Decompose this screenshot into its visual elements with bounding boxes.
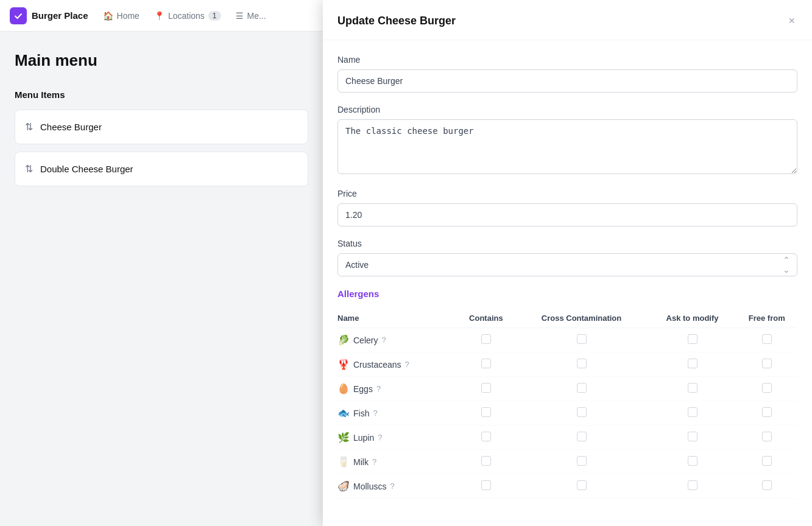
contains-cell xyxy=(457,426,514,450)
allergen-icon: 🦪 xyxy=(337,480,350,492)
allergen-name-cell: 🐟 Fish ? xyxy=(337,401,457,426)
brand[interactable]: Burger Place xyxy=(10,7,88,24)
menu-item-cheese-burger[interactable]: ⇅ Cheese Burger xyxy=(15,110,308,144)
modify-checkbox[interactable] xyxy=(688,359,697,368)
help-icon[interactable]: ? xyxy=(381,335,386,345)
name-input[interactable] xyxy=(337,69,797,93)
help-icon[interactable]: ? xyxy=(378,433,382,442)
modify-checkbox[interactable] xyxy=(688,480,697,490)
contains-cell xyxy=(457,401,514,426)
close-button[interactable]: × xyxy=(786,12,797,30)
allergen-row: 🦪 Molluscs ? xyxy=(337,474,797,499)
help-icon[interactable]: ? xyxy=(405,360,409,369)
name-label: Name xyxy=(337,55,797,65)
free-checkbox[interactable] xyxy=(762,383,772,393)
free-cell xyxy=(736,426,797,450)
free-cell xyxy=(736,450,797,474)
modal-body: Name Description The classic cheese burg… xyxy=(323,40,812,513)
modify-checkbox[interactable] xyxy=(688,432,697,441)
col-cross: Cross Contamination xyxy=(514,309,648,328)
modify-cell xyxy=(649,450,736,474)
modify-checkbox[interactable] xyxy=(688,407,697,417)
brand-name: Burger Place xyxy=(32,10,88,21)
free-cell xyxy=(736,352,797,377)
nav-home[interactable]: 🏠 Home xyxy=(103,11,139,21)
cross-checkbox[interactable] xyxy=(577,432,587,441)
status-label: Status xyxy=(337,239,797,248)
contains-checkbox[interactable] xyxy=(481,432,491,441)
allergen-name-cell: 🦪 Molluscs ? xyxy=(337,474,457,499)
allergen-name: Crustaceans xyxy=(353,360,401,370)
contains-checkbox[interactable] xyxy=(481,359,491,368)
item-name-double-cheese: Double Cheese Burger xyxy=(40,164,133,174)
col-name: Name xyxy=(337,309,457,328)
contains-checkbox[interactable] xyxy=(481,383,491,393)
nav-locations[interactable]: 📍 Locations 1 xyxy=(154,11,221,21)
allergen-row: 🥛 Milk ? xyxy=(337,450,797,474)
cross-checkbox[interactable] xyxy=(577,480,587,490)
allergen-name: Eggs xyxy=(353,384,373,394)
allergen-icon: 🐟 xyxy=(337,407,350,419)
menu-label: Me... xyxy=(247,11,266,21)
help-icon[interactable]: ? xyxy=(373,409,377,418)
contains-checkbox[interactable] xyxy=(481,456,491,466)
cross-cell xyxy=(514,474,648,499)
price-input[interactable] xyxy=(337,203,797,226)
free-checkbox[interactable] xyxy=(762,456,772,466)
status-field-group: Status Active Inactive ⌃⌄ xyxy=(337,239,797,276)
help-icon[interactable]: ? xyxy=(390,482,394,491)
menu-item-double-cheese-burger[interactable]: ⇅ Double Cheese Burger xyxy=(15,152,308,186)
help-icon[interactable]: ? xyxy=(372,457,376,466)
allergen-name: Celery xyxy=(353,335,378,345)
nav-menu[interactable]: ☰ Me... xyxy=(236,11,266,21)
allergen-icon: 🥛 xyxy=(337,456,350,468)
allergen-name-cell: 🌿 Lupin ? xyxy=(337,426,457,450)
free-checkbox[interactable] xyxy=(762,334,772,344)
allergen-name-cell: 🥛 Milk ? xyxy=(337,450,457,474)
home-icon: 🏠 xyxy=(103,11,113,21)
modify-cell xyxy=(649,377,736,401)
col-free: Free from xyxy=(736,309,797,328)
allergen-name-cell: 🥬 Celery ? xyxy=(337,328,457,352)
cross-checkbox[interactable] xyxy=(577,383,587,393)
allergens-title: Allergens xyxy=(337,289,797,299)
col-modify: Ask to modify xyxy=(649,309,736,328)
cross-cell xyxy=(514,450,648,474)
modify-checkbox[interactable] xyxy=(688,334,697,344)
cross-cell xyxy=(514,401,648,426)
contains-cell xyxy=(457,352,514,377)
contains-cell xyxy=(457,328,514,352)
name-field-group: Name xyxy=(337,55,797,93)
modify-cell xyxy=(649,328,736,352)
help-icon[interactable]: ? xyxy=(376,384,381,393)
page-title: Main menu xyxy=(15,51,308,70)
free-checkbox[interactable] xyxy=(762,359,772,368)
description-input[interactable]: The classic cheese burger xyxy=(337,119,797,174)
cross-checkbox[interactable] xyxy=(577,359,587,368)
modify-checkbox[interactable] xyxy=(688,456,697,466)
description-label: Description xyxy=(337,105,797,114)
modify-checkbox[interactable] xyxy=(688,383,697,393)
contains-checkbox[interactable] xyxy=(481,407,491,417)
allergen-row: 🥚 Eggs ? xyxy=(337,377,797,401)
sort-icon: ⇅ xyxy=(25,121,33,133)
allergens-table: Name Contains Cross Contamination Ask to… xyxy=(337,309,797,499)
free-checkbox[interactable] xyxy=(762,407,772,417)
price-field-group: Price xyxy=(337,189,797,226)
allergen-row: 🌿 Lupin ? xyxy=(337,426,797,450)
free-cell xyxy=(736,401,797,426)
free-checkbox[interactable] xyxy=(762,432,772,441)
allergen-row: 🦞 Crustaceans ? xyxy=(337,352,797,377)
modal-header: Update Cheese Burger × xyxy=(323,0,812,40)
contains-checkbox[interactable] xyxy=(481,480,491,490)
cross-checkbox[interactable] xyxy=(577,334,587,344)
cross-cell xyxy=(514,328,648,352)
contains-cell xyxy=(457,450,514,474)
allergens-section: Allergens Name Contains Cross Contaminat… xyxy=(337,289,797,499)
contains-checkbox[interactable] xyxy=(481,334,491,344)
cross-checkbox[interactable] xyxy=(577,456,587,466)
cross-checkbox[interactable] xyxy=(577,407,587,417)
free-checkbox[interactable] xyxy=(762,480,772,490)
allergen-icon: 🌿 xyxy=(337,432,350,443)
status-select[interactable]: Active Inactive xyxy=(337,253,797,276)
